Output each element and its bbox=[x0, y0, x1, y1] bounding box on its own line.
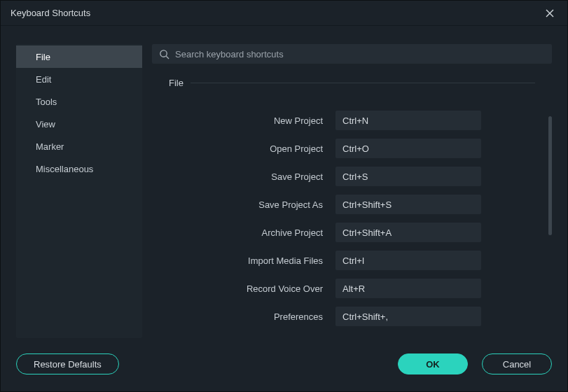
shortcut-keys: Ctrl+Shift+, bbox=[342, 312, 388, 322]
search-input[interactable] bbox=[175, 49, 545, 59]
ok-button[interactable]: OK bbox=[398, 354, 468, 374]
button-label: Cancel bbox=[503, 359, 531, 370]
shortcut-row: New Project Ctrl+N bbox=[160, 111, 535, 130]
shortcut-input[interactable]: Ctrl+S bbox=[335, 167, 481, 186]
shortcut-input[interactable]: Ctrl+Shift+S bbox=[335, 195, 481, 214]
shortcut-label: Save Project As bbox=[160, 200, 323, 210]
shortcut-row: Open Project Ctrl+O bbox=[160, 139, 535, 158]
sidebar-item-label: Marker bbox=[36, 141, 64, 152]
sidebar-item-label: Edit bbox=[36, 74, 51, 85]
sidebar-item-label: File bbox=[36, 52, 50, 62]
footer-right-group: OK Cancel bbox=[398, 354, 552, 374]
sidebar-item-edit[interactable]: Edit bbox=[16, 68, 142, 90]
shortcut-input[interactable]: Ctrl+Shift+A bbox=[335, 223, 481, 242]
sidebar-item-label: Tools bbox=[36, 97, 57, 107]
section-header-row: File bbox=[152, 78, 552, 88]
button-label: Restore Defaults bbox=[34, 359, 102, 370]
dialog-title: Keyboard Shortcuts bbox=[11, 8, 90, 18]
shortcut-input[interactable]: Ctrl+I bbox=[335, 251, 481, 270]
shortcut-label: New Project bbox=[160, 115, 323, 126]
titlebar: Keyboard Shortcuts bbox=[1, 1, 567, 26]
svg-line-3 bbox=[166, 56, 169, 59]
category-sidebar: File Edit Tools View Marker Miscellaneou… bbox=[16, 44, 142, 338]
close-icon bbox=[546, 9, 554, 18]
dialog-footer: Restore Defaults OK Cancel bbox=[1, 345, 567, 391]
shortcut-keys: Ctrl+O bbox=[342, 144, 369, 154]
shortcut-input[interactable]: Ctrl+N bbox=[335, 111, 481, 130]
shortcut-keys: Ctrl+S bbox=[342, 172, 368, 182]
section-divider bbox=[191, 83, 535, 83]
sidebar-item-marker[interactable]: Marker bbox=[16, 135, 142, 158]
dialog-body: File Edit Tools View Marker Miscellaneou… bbox=[1, 26, 567, 345]
cancel-button[interactable]: Cancel bbox=[482, 354, 552, 374]
shortcut-label: Preferences bbox=[160, 312, 323, 322]
sidebar-item-label: Miscellaneous bbox=[36, 164, 93, 174]
shortcut-keys: Ctrl+N bbox=[342, 115, 368, 126]
shortcut-label: Save Project bbox=[160, 172, 323, 182]
shortcut-keys: Ctrl+I bbox=[342, 255, 364, 266]
section-title: File bbox=[169, 78, 183, 88]
search-icon bbox=[159, 49, 169, 59]
svg-point-2 bbox=[160, 50, 167, 56]
shortcut-input[interactable]: Ctrl+O bbox=[335, 139, 481, 158]
sidebar-item-label: View bbox=[36, 119, 55, 130]
shortcut-keys: Alt+R bbox=[342, 284, 365, 294]
shortcut-row: Save Project As Ctrl+Shift+S bbox=[160, 195, 535, 214]
shortcuts-dialog: Keyboard Shortcuts File Edit Tools View … bbox=[0, 0, 568, 392]
shortcut-label: Open Project bbox=[160, 144, 323, 154]
shortcut-keys: Ctrl+Shift+A bbox=[342, 227, 392, 238]
shortcut-row: Archive Project Ctrl+Shift+A bbox=[160, 223, 535, 242]
search-bar[interactable] bbox=[152, 44, 552, 64]
shortcut-row: Save Project Ctrl+S bbox=[160, 167, 535, 186]
shortcut-keys: Ctrl+Shift+S bbox=[342, 200, 392, 210]
restore-defaults-button[interactable]: Restore Defaults bbox=[16, 354, 119, 374]
shortcut-list: New Project Ctrl+N Open Project Ctrl+O S… bbox=[152, 95, 552, 326]
main-panel: File New Project Ctrl+N Open Project bbox=[152, 44, 552, 338]
shortcut-list-scroll: New Project Ctrl+N Open Project Ctrl+O S… bbox=[152, 95, 552, 338]
sidebar-item-miscellaneous[interactable]: Miscellaneous bbox=[16, 158, 142, 180]
shortcut-row: Record Voice Over Alt+R bbox=[160, 279, 535, 298]
sidebar-item-tools[interactable]: Tools bbox=[16, 90, 142, 113]
shortcut-row: Preferences Ctrl+Shift+, bbox=[160, 307, 535, 326]
button-label: OK bbox=[426, 359, 440, 370]
shortcut-input[interactable]: Alt+R bbox=[335, 279, 481, 298]
shortcut-label: Archive Project bbox=[160, 227, 323, 238]
shortcut-row: Import Media Files Ctrl+I bbox=[160, 251, 535, 270]
close-button[interactable] bbox=[542, 6, 557, 21]
shortcut-label: Import Media Files bbox=[160, 255, 323, 266]
shortcut-label: Record Voice Over bbox=[160, 284, 323, 294]
sidebar-item-view[interactable]: View bbox=[16, 113, 142, 135]
sidebar-item-file[interactable]: File bbox=[16, 46, 142, 68]
scrollbar-thumb[interactable] bbox=[548, 116, 552, 235]
shortcut-input[interactable]: Ctrl+Shift+, bbox=[335, 307, 481, 326]
